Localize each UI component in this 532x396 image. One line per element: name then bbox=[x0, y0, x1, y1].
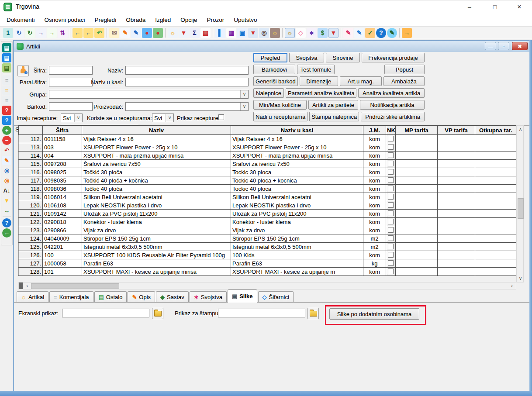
nk-checkbox[interactable] bbox=[388, 235, 394, 241]
print-select-icon[interactable]: ≡ bbox=[2, 96, 11, 105]
jm-cell[interactable]: kom bbox=[363, 218, 386, 226]
layout-grid-icon[interactable]: ▦ bbox=[226, 28, 236, 38]
vp-tarifa-cell[interactable] bbox=[438, 201, 475, 210]
nk-checkbox[interactable] bbox=[388, 219, 394, 224]
action-button-artikli-za-paritete[interactable]: Artikli za paritete bbox=[308, 100, 358, 110]
jm-cell[interactable]: kom bbox=[363, 160, 386, 168]
sifra-cell[interactable]: 100 bbox=[43, 251, 82, 259]
table-row[interactable]: 125.042201Istegnuti metal 6x3x0,5 500mmI… bbox=[19, 243, 517, 251]
row-number-cell[interactable]: 114. bbox=[19, 152, 43, 160]
sifra-cell[interactable]: 0098035 bbox=[43, 176, 82, 185]
otkupna-tarifa-cell[interactable] bbox=[475, 201, 517, 210]
table-row[interactable]: 116.0098025Točkić 30 pločaTockic 30 ploc… bbox=[19, 168, 517, 176]
action-button-parametri-analize-kvaliteta[interactable]: Parametri analize kvaliteta bbox=[286, 88, 356, 98]
copy-export-icon[interactable]: ▼ bbox=[179, 28, 189, 38]
grupa-combobox[interactable]: ∨ bbox=[49, 90, 249, 99]
table-row[interactable]: 114.004XSUPPORT - mala prizma upijač mir… bbox=[19, 152, 517, 160]
naziv-u-kasi-cell[interactable]: Istegnuti metal 6x3x0,5 500mm bbox=[231, 243, 363, 251]
nk-checkbox[interactable] bbox=[388, 244, 394, 249]
tab-svojstva[interactable]: ∗Svojstva bbox=[190, 291, 227, 302]
otkupna-tarifa-cell[interactable] bbox=[475, 218, 517, 226]
naziv-cell[interactable]: Točkić 30 ploča bbox=[82, 168, 231, 176]
mp-tarifa-cell[interactable] bbox=[396, 143, 438, 152]
menu-item-uputstvo[interactable]: Uputstvo bbox=[229, 14, 262, 25]
table-row[interactable]: 117.0098035Točkić 40 ploča + kočnicaTock… bbox=[19, 176, 517, 185]
tab-komercijala[interactable]: ≡Komercijala bbox=[49, 291, 93, 302]
jm-cell[interactable]: kom bbox=[363, 268, 386, 276]
sum-sigma-icon[interactable]: Σ bbox=[190, 28, 200, 38]
sifra-cell[interactable]: 04040009 bbox=[43, 234, 82, 243]
sifra-cell[interactable]: 101 bbox=[43, 268, 82, 276]
row-number-cell[interactable]: 112. bbox=[19, 135, 43, 143]
action-button-nalepnice[interactable]: Nalepnice bbox=[253, 88, 284, 98]
nk-checkbox[interactable] bbox=[388, 194, 394, 200]
goto-doc-green-icon[interactable]: → bbox=[47, 28, 57, 38]
sifra-cell[interactable]: 0106014 bbox=[43, 193, 82, 201]
goto-doc-navy-icon[interactable]: → bbox=[36, 28, 46, 38]
mp-tarifa-cell[interactable] bbox=[396, 218, 438, 226]
scroll-right-icon[interactable]: › bbox=[509, 283, 515, 288]
otkupna-tarifa-cell[interactable] bbox=[475, 259, 517, 268]
slike-po-dodatnim-osobinama-button[interactable]: Slike po dodatnim osobinama bbox=[329, 308, 419, 320]
naziv-cell[interactable]: Šrafovi za ivericu 7x50 bbox=[82, 160, 231, 168]
table-row[interactable]: 127.1000058Parafin E63Parafin E63kg bbox=[19, 259, 517, 268]
table-row[interactable]: 115.0097208Šrafovi za ivericu 7x50Srafov… bbox=[19, 160, 517, 168]
table-row[interactable]: 113.003XSUPPORT Flower Power - 25g x 10X… bbox=[19, 143, 517, 152]
otkupna-tarifa-cell[interactable] bbox=[475, 193, 517, 201]
save-archive-icon[interactable]: ▤ bbox=[2, 63, 11, 72]
sifra-cell[interactable]: 0098025 bbox=[43, 168, 82, 176]
vp-tarifa-cell[interactable] bbox=[438, 268, 475, 276]
naziv-u-kasi-cell[interactable]: XSUPPORT MAXI - kesice za upijanje m bbox=[231, 268, 363, 276]
action-button-test-formule[interactable]: Test formule bbox=[297, 65, 335, 74]
jm-cell[interactable]: kom bbox=[363, 185, 386, 193]
globe-edit-icon[interactable]: ✎ bbox=[387, 28, 397, 38]
naziv-u-kasi-cell[interactable]: Stiropor EPS 150 25g 1cm bbox=[231, 234, 363, 243]
nk-cell[interactable] bbox=[386, 251, 396, 259]
jm-cell[interactable]: kom bbox=[363, 251, 386, 259]
nk-checkbox[interactable] bbox=[388, 144, 394, 150]
book-green-icon[interactable]: ● bbox=[153, 28, 163, 38]
mp-tarifa-cell[interactable] bbox=[396, 160, 438, 168]
edit-note-icon[interactable]: ✎ bbox=[2, 156, 11, 165]
nk-cell[interactable] bbox=[386, 185, 396, 193]
horizontal-scroll-thumb[interactable] bbox=[31, 283, 119, 289]
naziv-cell[interactable]: Stiropor EPS 150 25g 1cm bbox=[82, 234, 231, 243]
action-button-pridru-i-slike-artiklima[interactable]: Pridruži slike artiklima bbox=[361, 112, 425, 121]
nk-cell[interactable] bbox=[386, 168, 396, 176]
help-icon[interactable]: ? bbox=[376, 28, 386, 38]
vp-tarifa-cell[interactable] bbox=[438, 193, 475, 201]
otkupna-tarifa-cell[interactable] bbox=[475, 176, 517, 185]
action-button-barkodovi[interactable]: Barkodovi bbox=[253, 65, 295, 74]
vp-tarifa-cell[interactable] bbox=[438, 160, 475, 168]
jm-cell[interactable]: kom bbox=[363, 193, 386, 201]
find-next-icon[interactable]: ◎ bbox=[2, 176, 11, 185]
otkupna-tarifa-cell[interactable] bbox=[475, 234, 517, 243]
action-button-generi-i-barkod[interactable]: Generiši barkod bbox=[253, 76, 298, 86]
nk-checkbox[interactable] bbox=[388, 169, 394, 175]
print-icon[interactable]: ≡ bbox=[2, 76, 11, 85]
prikaz-za-stampu-input[interactable] bbox=[218, 309, 305, 317]
nk-cell[interactable] bbox=[386, 259, 396, 268]
naziv-cell[interactable]: XSUPPORT MAXI - kesice za upijanje miris… bbox=[82, 268, 231, 276]
naziv-cell[interactable]: Istegnuti metal 6x3x0,5 500mm bbox=[82, 243, 231, 251]
maximize-button[interactable]: □ bbox=[485, 0, 504, 14]
pen-magenta-icon[interactable]: ✎ bbox=[343, 28, 353, 38]
column-header-rownum[interactable] bbox=[19, 126, 43, 135]
child-close-button[interactable]: ✖ bbox=[512, 42, 528, 50]
help-icon[interactable]: ? bbox=[2, 218, 11, 227]
price-book-icon[interactable]: $ bbox=[318, 28, 328, 38]
refresh-doc-green-icon[interactable]: ↻ bbox=[25, 28, 35, 38]
ekranski-browse-button[interactable] bbox=[152, 308, 163, 319]
column-header-Otkupna tar.[interactable]: Otkupna tar. bbox=[475, 126, 517, 135]
naziv-cell[interactable]: Točkić 40 ploča bbox=[82, 185, 231, 193]
action-button-dimenzije[interactable]: Dimenzije bbox=[300, 76, 338, 86]
jm-cell[interactable]: kom bbox=[363, 135, 386, 143]
nk-checkbox[interactable] bbox=[388, 210, 394, 216]
exit-icon[interactable]: → bbox=[402, 28, 412, 38]
pen-blue-icon[interactable]: ✎ bbox=[354, 28, 364, 38]
jm-cell[interactable]: kom bbox=[363, 201, 386, 210]
jm-cell[interactable]: kom bbox=[363, 152, 386, 160]
jm-cell[interactable]: kom bbox=[363, 210, 386, 218]
column-header-VP tarifa[interactable]: VP tarifa bbox=[438, 126, 475, 135]
column-header-NK[interactable]: NK bbox=[386, 126, 396, 135]
